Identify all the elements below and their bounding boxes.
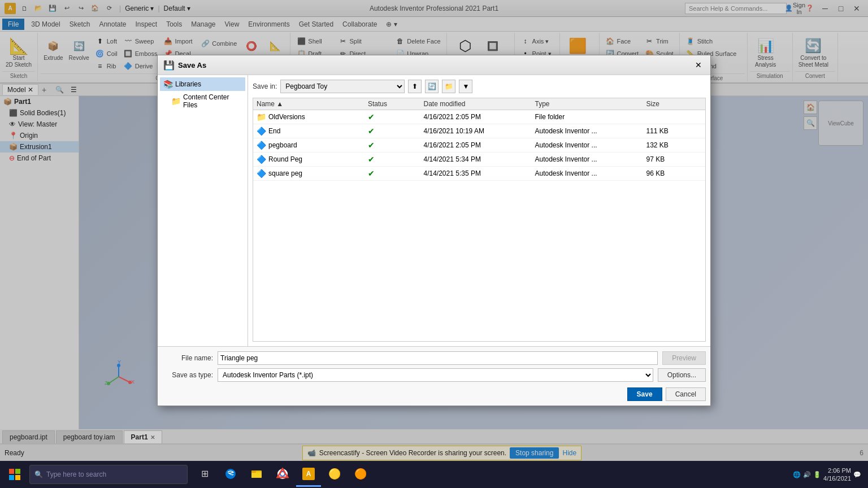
svg-rect-10: [15, 469, 20, 474]
tray-notifications-icon[interactable]: 💬: [853, 471, 861, 478]
modal-title-text: Save As: [178, 61, 206, 69]
end-status: ✔: [368, 127, 424, 136]
svg-rect-9: [9, 469, 14, 474]
modal-footer: File name: Preview Save as type: Autodes…: [158, 346, 710, 406]
taskbar-tray: 🌐 🔊 🔋 2:06 PM 4/16/2021 💬: [788, 467, 866, 483]
filename-label: File name:: [162, 354, 213, 362]
modal-file-toolbar: Save in: Pegboard Toy ⬆ 🔄 📁 ▼: [253, 80, 706, 93]
modal-title: 💾 Save As: [163, 60, 206, 71]
file-row-end[interactable]: 🔷 End ✔ 4/16/2021 10:19 AM Autodesk Inve…: [253, 124, 705, 138]
tray-battery-icon[interactable]: 🔋: [813, 471, 821, 478]
svg-rect-16: [251, 470, 256, 473]
oldversions-label: OldVersions: [268, 113, 305, 121]
content-center-icon: 📁: [171, 97, 181, 106]
square-peg-label: square peg: [268, 169, 302, 177]
save-as-dialog: 💾 Save As ✕ 📚 Libraries 📁 Content Center…: [157, 55, 711, 406]
col-date[interactable]: Date modified: [424, 100, 535, 108]
options-btn[interactable]: Options...: [658, 368, 706, 382]
file-row-end-name: 🔷 End: [257, 127, 368, 136]
search-icon: 🔍: [34, 470, 43, 478]
square-peg-type: Autodesk Inventor ...: [535, 169, 646, 177]
libraries-icon: 📚: [163, 80, 173, 89]
file-list-header: Name ▲ Status Date modified Type Size: [253, 98, 705, 110]
file-row-oldversions[interactable]: 📁 OldVersions ✔ 4/16/2021 2:05 PM File f…: [253, 110, 705, 124]
oldversions-type: File folder: [535, 113, 646, 121]
folder-icon: 📁: [257, 112, 266, 121]
square-peg-file-icon: 🔷: [257, 169, 266, 178]
col-type[interactable]: Type: [535, 100, 646, 108]
explorer-icon: [250, 468, 263, 480]
square-peg-status: ✔: [368, 169, 424, 178]
pegboard-date: 4/16/2021 2:05 PM: [424, 141, 535, 149]
taskbar-extra2[interactable]: 🟠: [348, 462, 373, 487]
pegboard-type: Autodesk Inventor ...: [535, 141, 646, 149]
end-date: 4/16/2021 10:19 AM: [424, 127, 535, 135]
tray-clock[interactable]: 2:06 PM 4/16/2021: [823, 467, 851, 483]
taskbar-edge[interactable]: [218, 462, 243, 487]
save-in-select[interactable]: Pegboard Toy: [280, 80, 405, 93]
preview-btn: Preview: [662, 351, 706, 365]
taskbar-inventor[interactable]: A: [296, 462, 321, 487]
modal-overlay: 💾 Save As ✕ 📚 Libraries 📁 Content Center…: [0, 0, 868, 461]
end-file-icon: 🔷: [257, 127, 266, 136]
round-peg-type: Autodesk Inventor ...: [535, 155, 646, 163]
nav-refresh-btn[interactable]: 🔄: [425, 80, 439, 93]
view-options-btn[interactable]: ▼: [459, 80, 472, 93]
round-peg-size: 97 KB: [646, 155, 702, 163]
col-status[interactable]: Status: [368, 100, 424, 108]
file-row-round-peg-name: 🔷 Round Peg: [257, 155, 368, 164]
filetype-label: Save as type:: [162, 371, 213, 379]
nav-up-btn[interactable]: ⬆: [408, 80, 422, 93]
col-size[interactable]: Size: [646, 100, 702, 108]
taskbar-file-explorer[interactable]: [244, 462, 269, 487]
windows-logo: [8, 468, 21, 481]
modal-close-btn[interactable]: ✕: [692, 59, 705, 71]
sidebar-content-center[interactable]: 📁 Content Center Files: [160, 91, 245, 111]
tray-date-text: 4/16/2021: [823, 474, 851, 482]
file-row-round-peg[interactable]: 🔷 Round Peg ✔ 4/14/2021 5:34 PM Autodesk…: [253, 152, 705, 167]
pegboard-label: pegboard: [268, 141, 297, 149]
oldversions-status: ✔: [368, 112, 424, 121]
start-button[interactable]: [2, 462, 27, 487]
file-row-oldversions-name: 📁 OldVersions: [257, 112, 368, 121]
taskbar-task-view[interactable]: ⊞: [192, 462, 217, 487]
file-row-square-peg[interactable]: 🔷 square peg ✔ 4/14/2021 5:35 PM Autodes…: [253, 167, 705, 181]
svg-rect-12: [15, 475, 20, 480]
filename-row: File name: Preview: [162, 351, 706, 365]
oldversions-date: 4/16/2021 2:05 PM: [424, 113, 535, 121]
cancel-btn[interactable]: Cancel: [666, 387, 706, 401]
tray-network-icon[interactable]: 🌐: [793, 471, 801, 478]
taskbar-search-box[interactable]: 🔍 Type here to search: [29, 465, 188, 484]
end-type: Autodesk Inventor ...: [535, 127, 646, 135]
end-label: End: [268, 127, 280, 135]
save-in-label: Save in:: [253, 82, 277, 90]
pegboard-status: ✔: [368, 141, 424, 150]
square-peg-date: 4/14/2021 5:35 PM: [424, 169, 535, 177]
col-name[interactable]: Name ▲: [257, 100, 368, 108]
file-list: Name ▲ Status Date modified Type Size 📁 …: [253, 98, 706, 342]
taskbar-search-placeholder: Type here to search: [46, 470, 106, 478]
svg-point-19: [281, 472, 284, 476]
sidebar-libraries[interactable]: 📚 Libraries: [160, 77, 245, 91]
taskbar-chrome[interactable]: [270, 462, 295, 487]
tray-volume-icon[interactable]: 🔊: [803, 471, 811, 478]
modal-main: Save in: Pegboard Toy ⬆ 🔄 📁 ▼ Name ▲ Sta…: [248, 75, 710, 346]
filetype-row: Save as type: Autodesk Inventor Parts (*…: [162, 368, 706, 382]
save-file-btn[interactable]: Save: [627, 387, 662, 401]
taskbar-extra1[interactable]: 🟡: [322, 462, 347, 487]
content-center-label: Content Center Files: [183, 93, 242, 109]
chrome-icon: [276, 468, 289, 480]
pegboard-file-icon: 🔷: [257, 141, 266, 150]
round-peg-date: 4/14/2021 5:34 PM: [424, 155, 535, 163]
pegboard-size: 132 KB: [646, 141, 702, 149]
filename-input[interactable]: [218, 351, 658, 365]
file-row-square-peg-name: 🔷 square peg: [257, 169, 368, 178]
file-row-pegboard[interactable]: 🔷 pegboard ✔ 4/16/2021 2:05 PM Autodesk …: [253, 138, 705, 152]
taskbar: 🔍 Type here to search ⊞: [0, 461, 868, 488]
round-peg-file-icon: 🔷: [257, 155, 266, 164]
filetype-select[interactable]: Autodesk Inventor Parts (*.ipt): [218, 368, 653, 382]
save-as-icon: 💾: [163, 60, 175, 71]
inventor-taskbar-icon: A: [302, 468, 315, 480]
modal-body: 📚 Libraries 📁 Content Center Files Save …: [158, 75, 710, 346]
nav-folder-btn[interactable]: 📁: [442, 80, 455, 93]
